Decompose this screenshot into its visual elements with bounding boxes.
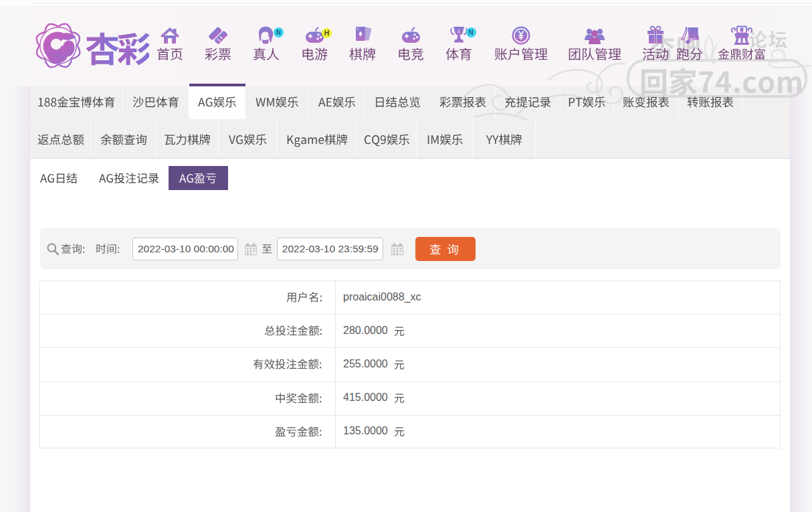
svg-text:1: 1 bbox=[458, 28, 461, 34]
svg-text:ING: ING bbox=[690, 37, 697, 41]
